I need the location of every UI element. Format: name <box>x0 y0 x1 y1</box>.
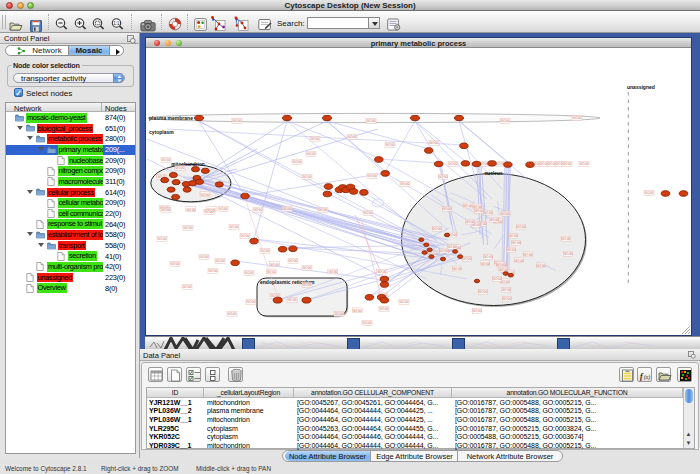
svg-text:GO:00: GO:00 <box>229 225 238 229</box>
svg-text:GO:00: GO:00 <box>269 262 278 266</box>
svg-text:GO:00: GO:00 <box>379 307 388 311</box>
svg-text:GO:00: GO:00 <box>200 192 209 196</box>
svg-text:GO:00: GO:00 <box>478 290 487 294</box>
svg-text:GO:00: GO:00 <box>161 208 170 212</box>
svg-text:GO:00: GO:00 <box>352 308 361 312</box>
svg-text:GO:00: GO:00 <box>480 261 489 265</box>
svg-text:GO:00: GO:00 <box>232 119 241 123</box>
svg-text:GO:00: GO:00 <box>465 220 474 224</box>
svg-text:GO:00: GO:00 <box>448 162 457 166</box>
svg-text:GO:00: GO:00 <box>175 166 184 170</box>
svg-text:GO:00: GO:00 <box>302 175 311 179</box>
svg-text:GO:00: GO:00 <box>347 135 356 139</box>
svg-text:GO:00: GO:00 <box>266 269 275 273</box>
svg-text:GO:00: GO:00 <box>310 137 319 141</box>
svg-text:nucleus: nucleus <box>484 171 502 176</box>
svg-text:GO:00: GO:00 <box>536 263 545 267</box>
svg-text:GO:00: GO:00 <box>253 208 262 212</box>
svg-text:GO:00: GO:00 <box>439 249 448 253</box>
svg-text:GO:00: GO:00 <box>157 237 166 241</box>
svg-text:GO:00: GO:00 <box>287 298 296 302</box>
svg-text:GO:00: GO:00 <box>508 234 517 238</box>
svg-text:GO:00: GO:00 <box>561 237 570 241</box>
svg-text:GO:00: GO:00 <box>463 203 472 207</box>
svg-text:plasma membrane: plasma membrane <box>149 114 193 120</box>
svg-text:GO:00: GO:00 <box>496 262 505 266</box>
svg-text:1:1: 1:1 <box>113 21 120 26</box>
svg-text:(x): (x) <box>644 373 650 380</box>
svg-text:GO:00: GO:00 <box>472 309 481 313</box>
svg-text:GO:00: GO:00 <box>523 252 532 256</box>
svg-text:GO:00: GO:00 <box>367 174 376 178</box>
svg-text:GO:00: GO:00 <box>511 241 520 245</box>
svg-text:GO:00: GO:00 <box>579 162 588 166</box>
svg-text:GO:00: GO:00 <box>318 208 327 212</box>
svg-text:GO:00: GO:00 <box>362 321 371 325</box>
svg-text:GO:00: GO:00 <box>501 288 510 292</box>
svg-text:GO:00: GO:00 <box>292 160 301 164</box>
svg-text:GO:00: GO:00 <box>186 207 195 211</box>
svg-text:GO:00: GO:00 <box>302 266 311 270</box>
svg-text:GO:00: GO:00 <box>215 259 224 263</box>
svg-text:GO:00: GO:00 <box>227 312 236 316</box>
svg-text:GO:00: GO:00 <box>432 227 441 231</box>
svg-text:GO:00: GO:00 <box>204 210 213 214</box>
svg-text:GO:00: GO:00 <box>483 211 492 215</box>
svg-text:GO:00: GO:00 <box>501 212 510 216</box>
svg-text:GO:00: GO:00 <box>572 116 581 120</box>
svg-text:GO:00: GO:00 <box>483 255 492 259</box>
svg-text:GO:00: GO:00 <box>182 285 191 289</box>
svg-text:GO:00: GO:00 <box>218 207 227 211</box>
svg-text:GO:00: GO:00 <box>282 207 291 211</box>
svg-text:GO:00: GO:00 <box>170 262 179 266</box>
svg-text:GO:00: GO:00 <box>492 277 501 281</box>
svg-text:GO:00: GO:00 <box>502 297 511 301</box>
svg-text:GO:00: GO:00 <box>563 252 572 256</box>
svg-text:GO:00: GO:00 <box>516 225 525 229</box>
svg-text:GO:00: GO:00 <box>447 245 456 249</box>
svg-text:GO:00: GO:00 <box>306 152 315 156</box>
svg-text:GO:00: GO:00 <box>334 312 343 316</box>
svg-text:GO:00: GO:00 <box>183 226 192 230</box>
svg-text:GO:00: GO:00 <box>302 283 311 287</box>
svg-text:GO:00: GO:00 <box>244 271 253 275</box>
svg-text:GO:00: GO:00 <box>438 175 447 179</box>
svg-text:GO:00: GO:00 <box>260 249 269 253</box>
svg-text:GO:00: GO:00 <box>644 191 653 195</box>
svg-text:GO:00: GO:00 <box>246 300 255 304</box>
svg-text:GO:00: GO:00 <box>288 259 297 263</box>
svg-text:GO:00: GO:00 <box>199 255 208 259</box>
svg-text:GO:00: GO:00 <box>452 266 461 270</box>
svg-text:GO:00: GO:00 <box>240 234 249 238</box>
svg-text:GO:00: GO:00 <box>442 207 451 211</box>
svg-text:GO:00: GO:00 <box>500 119 509 123</box>
svg-text:GO:00: GO:00 <box>462 257 471 261</box>
svg-text:GO:00: GO:00 <box>385 143 394 147</box>
svg-text:cytoplasm: cytoplasm <box>149 129 174 135</box>
svg-text:GO:00: GO:00 <box>399 300 408 304</box>
svg-text:GO:00: GO:00 <box>489 218 498 222</box>
svg-text:GO:00: GO:00 <box>161 158 170 162</box>
svg-text:GO:00: GO:00 <box>562 162 571 166</box>
svg-text:GO:00: GO:00 <box>514 258 523 262</box>
svg-text:GO:00: GO:00 <box>377 270 386 274</box>
svg-text:GO:00: GO:00 <box>400 182 409 186</box>
svg-text:GO:00: GO:00 <box>506 248 515 252</box>
svg-text:GO:00: GO:00 <box>328 269 337 273</box>
svg-text:unassigned: unassigned <box>627 84 655 90</box>
svg-text:GO:00: GO:00 <box>363 211 372 215</box>
svg-text:GO:00: GO:00 <box>208 269 217 273</box>
svg-text:GO:00: GO:00 <box>366 119 375 123</box>
svg-text:GO:00: GO:00 <box>429 141 438 145</box>
